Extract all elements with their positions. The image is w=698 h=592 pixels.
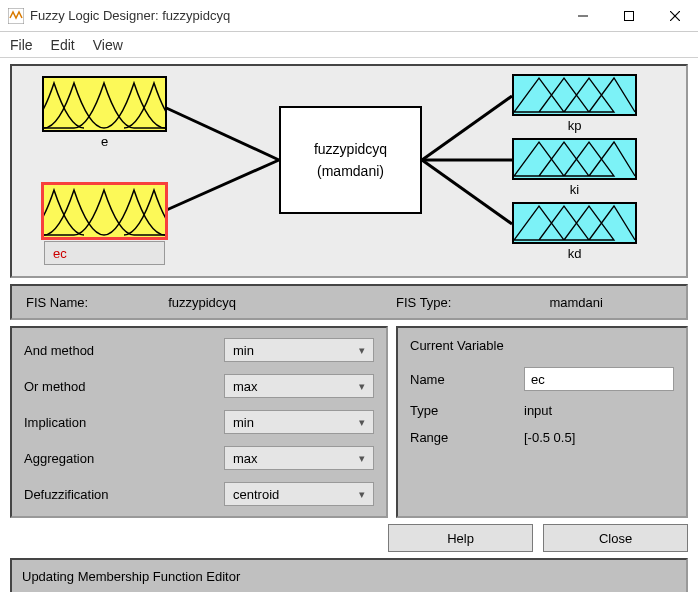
window-title: Fuzzy Logic Designer: fuzzypidcyq [30, 8, 560, 23]
svg-line-6 [162, 160, 279, 212]
chevron-down-icon: ▾ [359, 452, 365, 465]
status-text: Updating Membership Function Editor [22, 569, 240, 584]
current-variable-heading: Current Variable [410, 338, 674, 353]
implication-label: Implication [24, 415, 224, 430]
aggregation-label: Aggregation [24, 451, 224, 466]
svg-rect-2 [625, 11, 634, 20]
input-label-e: e [44, 134, 165, 149]
output-label-ki: ki [514, 182, 635, 197]
defuzzification-label: Defuzzification [24, 487, 224, 502]
svg-line-7 [422, 96, 512, 160]
current-range-value: [-0.5 0.5] [524, 430, 674, 445]
close-button[interactable]: Close [543, 524, 688, 552]
membership-icon [514, 76, 635, 114]
output-block-ki[interactable]: ki [512, 138, 637, 180]
or-method-select[interactable]: max▾ [224, 374, 374, 398]
chevron-down-icon: ▾ [359, 344, 365, 357]
membership-icon [44, 185, 165, 237]
fis-name-value: fuzzypidcyq [168, 295, 236, 310]
methods-panel: And method min▾ Or method max▾ Implicati… [10, 326, 388, 518]
chevron-down-icon: ▾ [359, 488, 365, 501]
status-bar: Updating Membership Function Editor [10, 558, 688, 592]
close-window-button[interactable] [652, 0, 698, 32]
current-range-label: Range [410, 430, 524, 445]
minimize-button[interactable] [560, 0, 606, 32]
or-method-label: Or method [24, 379, 224, 394]
current-variable-panel: Current Variable Name ec Type input Rang… [396, 326, 688, 518]
app-icon [8, 8, 24, 24]
membership-icon [514, 140, 635, 178]
current-name-field[interactable]: ec [524, 367, 674, 391]
fis-name-label: FIS Name: [26, 295, 88, 310]
output-block-kd[interactable]: kd [512, 202, 637, 244]
output-block-kp[interactable]: kp [512, 74, 637, 116]
current-name-label: Name [410, 372, 524, 387]
menu-file[interactable]: File [10, 37, 33, 53]
membership-icon [44, 78, 165, 130]
chevron-down-icon: ▾ [359, 416, 365, 429]
implication-select[interactable]: min▾ [224, 410, 374, 434]
fis-type-label: FIS Type: [396, 295, 451, 310]
help-button[interactable]: Help [388, 524, 533, 552]
current-type-value: input [524, 403, 674, 418]
and-method-select[interactable]: min▾ [224, 338, 374, 362]
svg-line-9 [422, 160, 512, 224]
menu-edit[interactable]: Edit [51, 37, 75, 53]
aggregation-select[interactable]: max▾ [224, 446, 374, 470]
output-label-kd: kd [514, 246, 635, 261]
fis-diagram: e ec fuzzypidcyq (mamdani) kp [10, 64, 688, 278]
svg-line-5 [162, 106, 279, 160]
output-label-kp: kp [514, 118, 635, 133]
current-type-label: Type [410, 403, 524, 418]
fis-type-value: mamdani [549, 295, 602, 310]
fis-info-bar: FIS Name: fuzzypidcyq FIS Type: mamdani [10, 284, 688, 320]
input-label-ec: ec [44, 241, 165, 265]
input-block-ec[interactable]: ec [41, 182, 168, 240]
maximize-button[interactable] [606, 0, 652, 32]
rule-block[interactable]: fuzzypidcyq (mamdani) [279, 106, 422, 214]
membership-icon [514, 204, 635, 242]
menu-view[interactable]: View [93, 37, 123, 53]
input-block-e[interactable]: e [42, 76, 167, 132]
rule-block-name: fuzzypidcyq [314, 141, 387, 157]
rule-block-type: (mamdani) [317, 163, 384, 179]
menu-bar: File Edit View [0, 32, 698, 58]
title-bar: Fuzzy Logic Designer: fuzzypidcyq [0, 0, 698, 32]
defuzzification-select[interactable]: centroid▾ [224, 482, 374, 506]
and-method-label: And method [24, 343, 224, 358]
chevron-down-icon: ▾ [359, 380, 365, 393]
